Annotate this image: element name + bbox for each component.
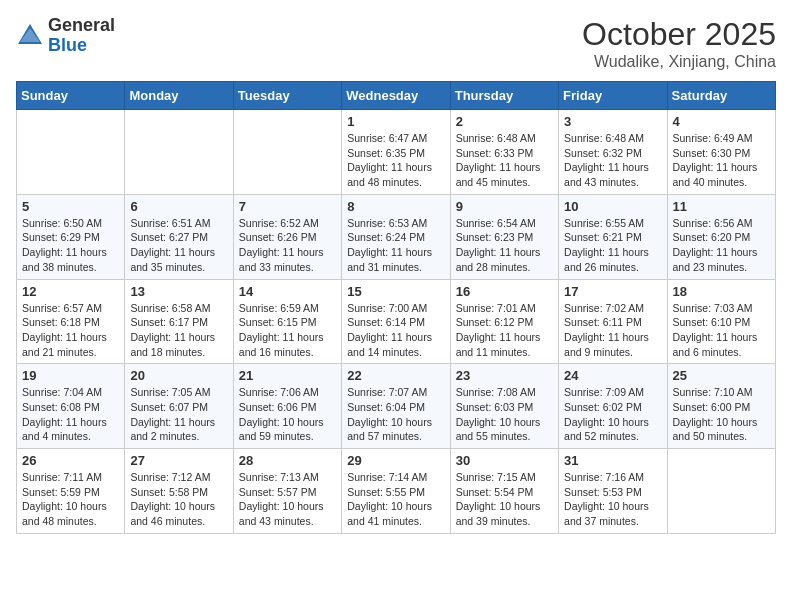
day-cell: 5Sunrise: 6:50 AM Sunset: 6:29 PM Daylig… (17, 194, 125, 279)
day-info: Sunrise: 6:49 AM Sunset: 6:30 PM Dayligh… (673, 131, 770, 190)
day-info: Sunrise: 6:51 AM Sunset: 6:27 PM Dayligh… (130, 216, 227, 275)
day-number: 18 (673, 284, 770, 299)
day-number: 17 (564, 284, 661, 299)
day-info: Sunrise: 7:12 AM Sunset: 5:58 PM Dayligh… (130, 470, 227, 529)
day-number: 5 (22, 199, 119, 214)
day-number: 13 (130, 284, 227, 299)
week-row-1: 1Sunrise: 6:47 AM Sunset: 6:35 PM Daylig… (17, 110, 776, 195)
day-number: 14 (239, 284, 336, 299)
week-row-2: 5Sunrise: 6:50 AM Sunset: 6:29 PM Daylig… (17, 194, 776, 279)
day-number: 23 (456, 368, 553, 383)
day-number: 29 (347, 453, 444, 468)
day-number: 10 (564, 199, 661, 214)
day-cell: 1Sunrise: 6:47 AM Sunset: 6:35 PM Daylig… (342, 110, 450, 195)
day-cell: 27Sunrise: 7:12 AM Sunset: 5:58 PM Dayli… (125, 449, 233, 534)
title-block: October 2025 Wudalike, Xinjiang, China (582, 16, 776, 71)
day-cell: 22Sunrise: 7:07 AM Sunset: 6:04 PM Dayli… (342, 364, 450, 449)
day-cell: 30Sunrise: 7:15 AM Sunset: 5:54 PM Dayli… (450, 449, 558, 534)
day-cell: 24Sunrise: 7:09 AM Sunset: 6:02 PM Dayli… (559, 364, 667, 449)
weekday-monday: Monday (125, 82, 233, 110)
day-cell: 2Sunrise: 6:48 AM Sunset: 6:33 PM Daylig… (450, 110, 558, 195)
day-number: 11 (673, 199, 770, 214)
day-cell: 20Sunrise: 7:05 AM Sunset: 6:07 PM Dayli… (125, 364, 233, 449)
weekday-thursday: Thursday (450, 82, 558, 110)
day-info: Sunrise: 7:04 AM Sunset: 6:08 PM Dayligh… (22, 385, 119, 444)
day-cell: 18Sunrise: 7:03 AM Sunset: 6:10 PM Dayli… (667, 279, 775, 364)
day-info: Sunrise: 6:58 AM Sunset: 6:17 PM Dayligh… (130, 301, 227, 360)
day-info: Sunrise: 7:01 AM Sunset: 6:12 PM Dayligh… (456, 301, 553, 360)
day-info: Sunrise: 6:50 AM Sunset: 6:29 PM Dayligh… (22, 216, 119, 275)
week-row-4: 19Sunrise: 7:04 AM Sunset: 6:08 PM Dayli… (17, 364, 776, 449)
weekday-header-row: SundayMondayTuesdayWednesdayThursdayFrid… (17, 82, 776, 110)
day-info: Sunrise: 6:54 AM Sunset: 6:23 PM Dayligh… (456, 216, 553, 275)
weekday-wednesday: Wednesday (342, 82, 450, 110)
day-cell: 16Sunrise: 7:01 AM Sunset: 6:12 PM Dayli… (450, 279, 558, 364)
day-number: 7 (239, 199, 336, 214)
day-cell: 6Sunrise: 6:51 AM Sunset: 6:27 PM Daylig… (125, 194, 233, 279)
day-cell: 10Sunrise: 6:55 AM Sunset: 6:21 PM Dayli… (559, 194, 667, 279)
day-cell: 12Sunrise: 6:57 AM Sunset: 6:18 PM Dayli… (17, 279, 125, 364)
day-cell: 23Sunrise: 7:08 AM Sunset: 6:03 PM Dayli… (450, 364, 558, 449)
logo-text: General Blue (48, 16, 115, 56)
day-number: 1 (347, 114, 444, 129)
day-number: 4 (673, 114, 770, 129)
day-info: Sunrise: 6:57 AM Sunset: 6:18 PM Dayligh… (22, 301, 119, 360)
day-cell: 14Sunrise: 6:59 AM Sunset: 6:15 PM Dayli… (233, 279, 341, 364)
day-cell: 8Sunrise: 6:53 AM Sunset: 6:24 PM Daylig… (342, 194, 450, 279)
day-cell: 7Sunrise: 6:52 AM Sunset: 6:26 PM Daylig… (233, 194, 341, 279)
day-info: Sunrise: 6:53 AM Sunset: 6:24 PM Dayligh… (347, 216, 444, 275)
day-cell: 31Sunrise: 7:16 AM Sunset: 5:53 PM Dayli… (559, 449, 667, 534)
logo-icon (16, 22, 44, 50)
day-info: Sunrise: 6:47 AM Sunset: 6:35 PM Dayligh… (347, 131, 444, 190)
week-row-3: 12Sunrise: 6:57 AM Sunset: 6:18 PM Dayli… (17, 279, 776, 364)
weekday-saturday: Saturday (667, 82, 775, 110)
day-number: 8 (347, 199, 444, 214)
weekday-tuesday: Tuesday (233, 82, 341, 110)
day-number: 24 (564, 368, 661, 383)
day-cell: 28Sunrise: 7:13 AM Sunset: 5:57 PM Dayli… (233, 449, 341, 534)
day-cell (17, 110, 125, 195)
day-info: Sunrise: 6:52 AM Sunset: 6:26 PM Dayligh… (239, 216, 336, 275)
day-cell (125, 110, 233, 195)
day-cell: 9Sunrise: 6:54 AM Sunset: 6:23 PM Daylig… (450, 194, 558, 279)
calendar-body: 1Sunrise: 6:47 AM Sunset: 6:35 PM Daylig… (17, 110, 776, 534)
day-number: 12 (22, 284, 119, 299)
day-number: 2 (456, 114, 553, 129)
location: Wudalike, Xinjiang, China (582, 53, 776, 71)
day-number: 6 (130, 199, 227, 214)
day-info: Sunrise: 7:16 AM Sunset: 5:53 PM Dayligh… (564, 470, 661, 529)
day-info: Sunrise: 6:48 AM Sunset: 6:33 PM Dayligh… (456, 131, 553, 190)
day-info: Sunrise: 7:15 AM Sunset: 5:54 PM Dayligh… (456, 470, 553, 529)
day-info: Sunrise: 7:00 AM Sunset: 6:14 PM Dayligh… (347, 301, 444, 360)
day-info: Sunrise: 7:09 AM Sunset: 6:02 PM Dayligh… (564, 385, 661, 444)
day-cell: 3Sunrise: 6:48 AM Sunset: 6:32 PM Daylig… (559, 110, 667, 195)
svg-marker-1 (20, 28, 40, 42)
day-number: 22 (347, 368, 444, 383)
day-number: 21 (239, 368, 336, 383)
day-number: 27 (130, 453, 227, 468)
day-number: 16 (456, 284, 553, 299)
logo: General Blue (16, 16, 115, 56)
day-number: 26 (22, 453, 119, 468)
day-number: 20 (130, 368, 227, 383)
calendar-table: SundayMondayTuesdayWednesdayThursdayFrid… (16, 81, 776, 534)
day-info: Sunrise: 7:10 AM Sunset: 6:00 PM Dayligh… (673, 385, 770, 444)
week-row-5: 26Sunrise: 7:11 AM Sunset: 5:59 PM Dayli… (17, 449, 776, 534)
day-info: Sunrise: 7:07 AM Sunset: 6:04 PM Dayligh… (347, 385, 444, 444)
day-number: 31 (564, 453, 661, 468)
day-info: Sunrise: 6:56 AM Sunset: 6:20 PM Dayligh… (673, 216, 770, 275)
day-number: 15 (347, 284, 444, 299)
day-info: Sunrise: 7:08 AM Sunset: 6:03 PM Dayligh… (456, 385, 553, 444)
day-info: Sunrise: 7:14 AM Sunset: 5:55 PM Dayligh… (347, 470, 444, 529)
day-cell: 13Sunrise: 6:58 AM Sunset: 6:17 PM Dayli… (125, 279, 233, 364)
day-cell: 25Sunrise: 7:10 AM Sunset: 6:00 PM Dayli… (667, 364, 775, 449)
day-cell: 26Sunrise: 7:11 AM Sunset: 5:59 PM Dayli… (17, 449, 125, 534)
day-info: Sunrise: 7:13 AM Sunset: 5:57 PM Dayligh… (239, 470, 336, 529)
day-info: Sunrise: 6:55 AM Sunset: 6:21 PM Dayligh… (564, 216, 661, 275)
month-title: October 2025 (582, 16, 776, 53)
day-number: 19 (22, 368, 119, 383)
day-cell: 11Sunrise: 6:56 AM Sunset: 6:20 PM Dayli… (667, 194, 775, 279)
day-number: 3 (564, 114, 661, 129)
day-number: 9 (456, 199, 553, 214)
day-cell (233, 110, 341, 195)
